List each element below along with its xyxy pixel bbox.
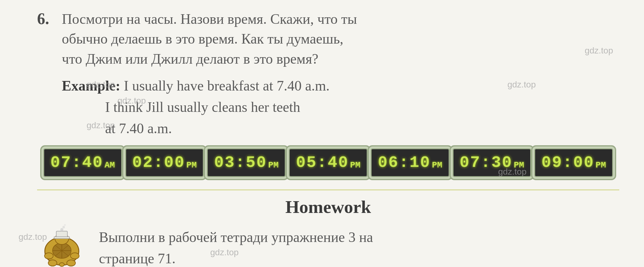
svg-point-15 xyxy=(64,224,66,226)
watermark-8: gdz.top xyxy=(210,248,239,257)
homework-text-line1: Выполни в рабочей тетради упражнение 3 н… xyxy=(99,227,619,248)
exercise-header: 6. Посмотри на часы. Назови время. Скажи… xyxy=(37,9,619,69)
exercise-text-line2: обычно делаешь в это время. Как ты думае… xyxy=(62,29,619,49)
watermark-6: gdz.top xyxy=(498,167,527,177)
homework-content: Выполни в рабочей тетради упражнение 3 н… xyxy=(37,223,619,267)
watermark-4: gdz.top xyxy=(117,96,146,106)
clock-period-4: PM xyxy=(350,160,360,170)
exercise-text-line1: Посмотри на часы. Назови время. Скажи, ч… xyxy=(62,9,619,29)
svg-rect-12 xyxy=(54,237,70,239)
clock-time-3: 03:50 xyxy=(214,154,267,172)
clock-time-1: 07:40 xyxy=(50,154,103,172)
homework-section: Homework xyxy=(37,189,619,267)
clock-period-7: PM xyxy=(595,160,606,170)
svg-point-20 xyxy=(59,263,64,266)
example-text-line1: I usually have breakfast at 7.40 a.m. xyxy=(124,78,330,94)
watermark-5: gdz.top xyxy=(87,121,115,130)
clock-4: 05:40 PM xyxy=(289,148,368,177)
clock-1: 07:40 AM xyxy=(43,148,122,177)
exercise-text-line3: что Джим или Джилл делают в это время? xyxy=(62,49,619,69)
watermark-7: gdz.top xyxy=(19,232,47,242)
exercise-block: 6. Посмотри на часы. Назови время. Скажи… xyxy=(37,9,619,139)
exercise-number: 6. xyxy=(37,9,56,28)
clock-period-5: PM xyxy=(432,160,442,170)
clock-period-3: PM xyxy=(268,160,279,170)
svg-point-18 xyxy=(48,260,57,266)
svg-point-14 xyxy=(62,226,65,228)
clock-7: 09:00 PM xyxy=(534,148,613,177)
watermark-2: gdz.top xyxy=(87,80,115,90)
clock-2: 02:00 PM xyxy=(125,148,204,177)
turtle-icon xyxy=(37,223,87,267)
svg-point-17 xyxy=(70,253,79,259)
svg-point-19 xyxy=(67,260,75,266)
page: 6. Посмотри на часы. Назови время. Скажи… xyxy=(0,0,644,267)
clock-time-5: 06:10 xyxy=(378,154,431,172)
homework-text-line2: странице 71. xyxy=(99,248,619,267)
clock-5: 06:10 PM xyxy=(371,148,450,177)
svg-point-13 xyxy=(60,228,63,231)
watermark-1: gdz.top xyxy=(585,46,613,56)
clock-time-2: 02:00 xyxy=(132,154,185,172)
watermark-3: gdz.top xyxy=(507,80,536,90)
svg-point-16 xyxy=(45,253,53,259)
exercise-text: Посмотри на часы. Назови время. Скажи, ч… xyxy=(62,9,619,69)
clocks-row: 07:40 AM 02:00 PM 03:50 PM 05:40 PM 06:1… xyxy=(37,148,619,177)
clock-time-7: 09:00 xyxy=(541,154,594,172)
clock-time-4: 05:40 xyxy=(296,154,349,172)
clock-3: 03:50 PM xyxy=(207,148,286,177)
homework-text: Выполни в рабочей тетради упражнение 3 н… xyxy=(99,223,619,267)
example-line3: at 7.40 a.m. xyxy=(62,118,619,139)
clock-period-1: AM xyxy=(104,160,115,170)
clock-period-2: PM xyxy=(186,160,197,170)
homework-title: Homework xyxy=(37,197,619,217)
